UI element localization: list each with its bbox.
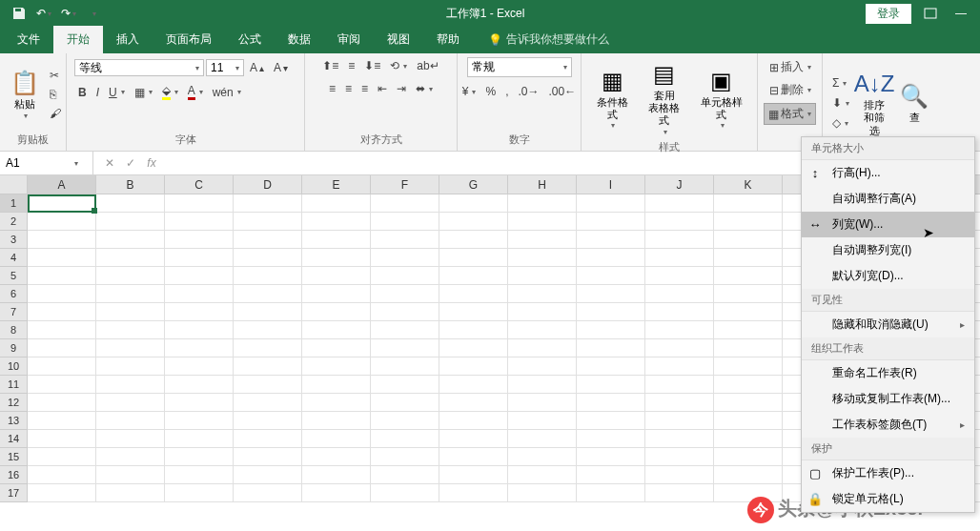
cell[interactable] — [645, 412, 714, 430]
cell[interactable] — [508, 267, 577, 285]
cell[interactable] — [645, 484, 714, 502]
ribbon-display-icon[interactable] — [919, 3, 942, 24]
column-header[interactable]: E — [302, 175, 371, 194]
cell[interactable] — [371, 194, 439, 213]
cell[interactable] — [439, 194, 508, 213]
cell[interactable] — [96, 430, 165, 448]
tab-help[interactable]: 帮助 — [423, 26, 473, 53]
cell[interactable] — [234, 376, 302, 394]
cell[interactable] — [508, 285, 577, 303]
cell[interactable] — [302, 303, 371, 321]
cell[interactable] — [508, 194, 577, 213]
cell[interactable] — [714, 213, 783, 231]
cell[interactable] — [96, 357, 165, 376]
align-center-button[interactable]: ≡ — [341, 80, 356, 97]
font-size-combo[interactable]: ▾ — [206, 59, 244, 76]
cell[interactable] — [28, 231, 96, 249]
column-header[interactable]: B — [96, 175, 165, 194]
cell[interactable] — [234, 194, 302, 213]
fill-button[interactable]: ⬇▾ — [828, 94, 853, 112]
increase-decimal-button[interactable]: .0→ — [515, 83, 543, 100]
format-cells-button[interactable]: ▦格式▾ — [764, 103, 816, 125]
cell[interactable] — [165, 321, 234, 339]
cell[interactable] — [577, 448, 645, 466]
delete-cells-button[interactable]: ⊟删除▾ — [766, 80, 815, 100]
menu-default-width[interactable]: 默认列宽(D)... — [802, 263, 974, 289]
undo-icon[interactable]: ↶▾ — [32, 3, 55, 24]
cell[interactable] — [714, 231, 783, 249]
cell[interactable] — [508, 412, 577, 430]
cell[interactable] — [645, 394, 714, 412]
merge-button[interactable]: ⬌▾ — [412, 80, 437, 97]
cell[interactable] — [96, 267, 165, 285]
cell[interactable] — [371, 394, 439, 412]
number-format-combo[interactable]: 常规▾ — [467, 57, 572, 77]
accounting-button[interactable]: ¥▾ — [459, 83, 480, 100]
cell[interactable] — [508, 394, 577, 412]
increase-font-button[interactable]: A▴ — [246, 59, 268, 76]
menu-lock-cell[interactable]: 🔒锁定单元格(L) — [802, 486, 974, 512]
cell[interactable] — [96, 194, 165, 213]
cell[interactable] — [28, 357, 96, 376]
tab-view[interactable]: 视图 — [374, 26, 423, 53]
column-header[interactable]: D — [234, 175, 302, 194]
row-header[interactable]: 8 — [0, 321, 27, 339]
cell[interactable] — [645, 267, 714, 285]
bold-button[interactable]: B — [74, 84, 91, 101]
cell[interactable] — [508, 213, 577, 231]
cell[interactable] — [28, 394, 96, 412]
cell[interactable] — [371, 249, 439, 267]
align-top-button[interactable]: ⬆≡ — [318, 57, 342, 74]
align-bottom-button[interactable]: ⬇≡ — [360, 57, 384, 74]
menu-column-width[interactable]: ↔列宽(W)... — [802, 212, 974, 237]
cell[interactable] — [165, 267, 234, 285]
border-button[interactable]: ▦▾ — [131, 84, 156, 101]
column-header[interactable]: G — [439, 175, 508, 194]
cell[interactable] — [577, 394, 645, 412]
menu-auto-col-width[interactable]: 自动调整列宽(I) — [802, 237, 974, 263]
column-header[interactable]: I — [577, 175, 645, 194]
cell[interactable] — [96, 249, 165, 267]
cell[interactable] — [28, 376, 96, 394]
cell[interactable] — [508, 448, 577, 466]
cell[interactable] — [508, 430, 577, 448]
cell[interactable] — [28, 339, 96, 357]
cell[interactable] — [28, 484, 96, 502]
cell[interactable] — [165, 412, 234, 430]
cell[interactable] — [439, 412, 508, 430]
cell[interactable] — [165, 231, 234, 249]
cell[interactable] — [302, 484, 371, 502]
cancel-formula-button[interactable]: ✕ — [101, 156, 118, 170]
cell[interactable] — [439, 267, 508, 285]
cell[interactable] — [439, 394, 508, 412]
cell[interactable] — [28, 448, 96, 466]
cell[interactable] — [371, 357, 439, 376]
cell[interactable] — [577, 267, 645, 285]
enter-formula-button[interactable]: ✓ — [122, 156, 139, 170]
menu-protect-sheet[interactable]: ▢保护工作表(P)... — [802, 460, 974, 486]
percent-button[interactable]: % — [481, 83, 500, 100]
cell[interactable] — [439, 285, 508, 303]
redo-icon[interactable]: ↷▾ — [57, 3, 80, 24]
cell[interactable] — [234, 303, 302, 321]
cell[interactable] — [234, 394, 302, 412]
cell[interactable] — [645, 448, 714, 466]
cell[interactable] — [96, 448, 165, 466]
cell[interactable] — [371, 430, 439, 448]
indent-increase-button[interactable]: ⇥ — [393, 80, 410, 97]
cell[interactable] — [577, 339, 645, 357]
tab-file[interactable]: 文件 — [4, 26, 53, 53]
menu-hide-unhide[interactable]: 隐藏和取消隐藏(U)▸ — [802, 312, 974, 337]
row-header[interactable]: 14 — [0, 430, 27, 448]
cell[interactable] — [645, 231, 714, 249]
cell[interactable] — [371, 267, 439, 285]
cell[interactable] — [302, 376, 371, 394]
cell[interactable] — [714, 285, 783, 303]
cell[interactable] — [234, 339, 302, 357]
cell[interactable] — [371, 484, 439, 502]
cell[interactable] — [165, 484, 234, 502]
tab-data[interactable]: 数据 — [275, 26, 324, 53]
tab-layout[interactable]: 页面布局 — [153, 26, 225, 53]
select-all-corner[interactable] — [0, 175, 28, 194]
cell[interactable] — [577, 430, 645, 448]
